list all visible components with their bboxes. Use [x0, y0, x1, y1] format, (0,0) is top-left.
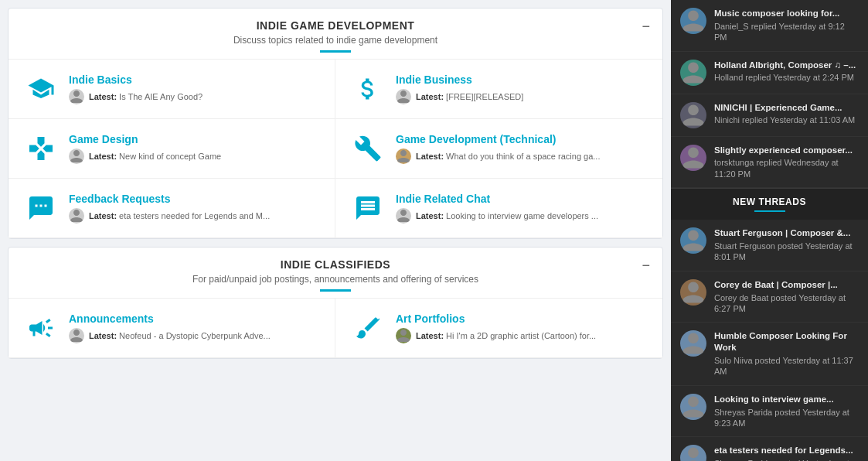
sidebar-item-title: Stuart Ferguson | Composer &...	[714, 227, 859, 239]
sidebar-item-meta: Shreyas Parida posted Yesterday at 9:20 …	[714, 458, 859, 461]
forum-avatar	[69, 328, 84, 343]
sidebar-item-meta: Sulo Niiva posted Yesterday at 11:37 AM	[714, 355, 859, 377]
forum-info: Indie Business Latest: [FREE][RELEASED]	[396, 73, 647, 104]
sidebar-item-title: Humble Composer Looking For Work	[714, 330, 859, 353]
section-underline	[320, 50, 351, 53]
sidebar-item-text: eta testers needed for Legends... Shreya…	[714, 445, 859, 461]
forum-grid: Announcements Latest: Neofeud - a Dystop…	[9, 299, 662, 358]
active-thread-item[interactable]: NINICHI | Experienced Game... Ninichi re…	[671, 94, 868, 137]
forum-name: Art Portfolios	[396, 312, 647, 325]
sidebar-avatar	[680, 145, 706, 171]
sidebar-item-title: Corey de Baat | Composer |...	[714, 279, 859, 291]
forum-icon-dollar	[351, 72, 385, 106]
sidebar-item-meta: Shreyas Parida posted Yesterday at 9:23 …	[714, 407, 859, 429]
forum-icon-graduation-cap	[24, 72, 58, 106]
forum-name: Announcements	[69, 312, 319, 325]
sidebar-item-text: Slightly experienced composer... torsktu…	[714, 145, 859, 180]
new-threads-section: NEW THREADS Stuart Ferguson | Composer &…	[671, 189, 868, 461]
forum-avatar	[396, 89, 411, 104]
forum-icon-chat-bubbles	[24, 191, 58, 225]
section-collapse-button[interactable]: −	[642, 258, 650, 272]
forum-latest-text: Latest: [FREE][RELEASED]	[416, 92, 523, 101]
forum-item-game-dev-technical[interactable]: Game Development (Technical) Latest: Wha…	[335, 119, 662, 179]
forum-icon-megaphone	[24, 311, 58, 345]
forum-latest: Latest: [FREE][RELEASED]	[396, 89, 647, 104]
forum-icon-wrench	[351, 131, 385, 166]
section-subtitle: For paid/unpaid job postings, announceme…	[24, 274, 647, 285]
forum-avatar	[69, 89, 84, 104]
forum-name: Indie Basics	[69, 73, 319, 86]
sidebar-item-meta: torsktunga replied Wednesday at 11:20 PM	[714, 157, 859, 179]
section-title: INDIE GAME DEVELOPMENT	[24, 19, 647, 32]
forum-latest: Latest: New kind of concept Game	[69, 149, 319, 164]
sidebar-item-text: Corey de Baat | Composer |... Corey de B…	[714, 279, 859, 315]
forum-item-feedback-requests[interactable]: Feedback Requests Latest: eta testers ne…	[9, 179, 335, 238]
forum-item-indie-business[interactable]: Indie Business Latest: [FREE][RELEASED]	[335, 60, 662, 119]
forum-latest-text: Latest: Neofeud - a Dystopic Cyberpunk A…	[89, 331, 271, 340]
sidebar-item-title: NINICHI | Experienced Game...	[714, 102, 859, 114]
forum-name: Indie Related Chat	[396, 193, 647, 205]
forum-avatar	[396, 208, 411, 224]
new-thread-item[interactable]: eta testers needed for Legends... Shreya…	[671, 437, 868, 461]
section-indie-classifieds: INDIE CLASSIFIEDS For paid/unpaid job po…	[8, 247, 663, 359]
forum-latest: Latest: eta testers needed for Legends a…	[69, 208, 319, 224]
forum-info: Feedback Requests Latest: eta testers ne…	[69, 193, 319, 224]
sidebar-item-text: NINICHI | Experienced Game... Ninichi re…	[714, 102, 859, 126]
sidebar-item-meta: Stuart Ferguson posted Yesterday at 8:01…	[714, 241, 859, 263]
sidebar-avatar	[680, 8, 706, 34]
forum-latest: Latest: What do you think of a space rac…	[396, 149, 647, 164]
forum-avatar	[69, 208, 84, 224]
forum-info: Game Development (Technical) Latest: Wha…	[396, 133, 647, 164]
forum-item-game-design[interactable]: Game Design Latest: New kind of concept …	[9, 119, 335, 179]
forum-avatar	[396, 328, 411, 343]
sidebar: Music composer looking for... Daniel_S r…	[671, 0, 868, 461]
sidebar-item-title: Slightly experienced composer...	[714, 145, 859, 156]
forum-item-art-portfolios[interactable]: Art Portfolios Latest: Hi I'm a 2D graph…	[335, 299, 662, 358]
forum-info: Indie Related Chat Latest: Looking to in…	[396, 193, 647, 224]
forum-item-indie-related-chat[interactable]: Indie Related Chat Latest: Looking to in…	[335, 179, 662, 238]
sidebar-item-text: Stuart Ferguson | Composer &... Stuart F…	[714, 227, 859, 263]
sidebar-avatar	[680, 102, 706, 128]
active-threads-section: Music composer looking for... Daniel_S r…	[671, 0, 868, 189]
forum-grid: Indie Basics Latest: Is The AIE Any Good…	[9, 60, 662, 238]
forum-info: Indie Basics Latest: Is The AIE Any Good…	[69, 73, 319, 104]
forum-avatar	[396, 149, 411, 164]
forum-item-indie-basics[interactable]: Indie Basics Latest: Is The AIE Any Good…	[9, 60, 335, 119]
new-threads-underline	[754, 210, 785, 212]
forum-avatar	[69, 149, 84, 164]
section-collapse-button[interactable]: −	[642, 19, 650, 33]
forum-item-announcements[interactable]: Announcements Latest: Neofeud - a Dystop…	[9, 299, 335, 358]
active-thread-item[interactable]: Slightly experienced composer... torsktu…	[671, 137, 868, 189]
forum-latest-text: Latest: What do you think of a space rac…	[416, 152, 600, 161]
forum-latest-text: Latest: eta testers needed for Legends a…	[89, 211, 270, 220]
active-thread-item[interactable]: Music composer looking for... Daniel_S r…	[671, 0, 868, 52]
new-thread-item[interactable]: Stuart Ferguson | Composer &... Stuart F…	[671, 220, 868, 271]
new-thread-item[interactable]: Corey de Baat | Composer |... Corey de B…	[671, 271, 868, 323]
forum-name: Game Design	[69, 133, 319, 145]
section-underline	[320, 289, 351, 292]
forum-icon-gamepad	[24, 131, 58, 166]
sidebar-avatar	[680, 445, 706, 461]
sidebar-item-meta: Corey de Baat posted Yesterday at 6:27 P…	[714, 292, 859, 315]
sidebar-item-title: Music composer looking for...	[714, 8, 859, 19]
section-header: INDIE CLASSIFIEDS For paid/unpaid job po…	[9, 248, 662, 299]
forum-name: Feedback Requests	[69, 193, 319, 205]
forum-latest: Latest: Hi I'm a 2D graphic artist (Cart…	[396, 328, 647, 343]
new-thread-item[interactable]: Humble Composer Looking For Work Sulo Ni…	[671, 323, 868, 385]
sidebar-item-title: eta testers needed for Legends...	[714, 445, 859, 456]
forum-info: Art Portfolios Latest: Hi I'm a 2D graph…	[396, 312, 647, 343]
forum-name: Game Development (Technical)	[396, 133, 647, 145]
section-title: INDIE CLASSIFIEDS	[24, 258, 647, 271]
sidebar-avatar	[680, 60, 706, 86]
sidebar-avatar	[680, 227, 706, 254]
forum-latest: Latest: Neofeud - a Dystopic Cyberpunk A…	[69, 328, 319, 343]
sidebar-avatar	[680, 279, 706, 306]
sidebar-item-meta: Daniel_S replied Yesterday at 9:12 PM	[714, 21, 859, 43]
active-thread-item[interactable]: Holland Albright, Composer ♫ –... Hollan…	[671, 52, 868, 94]
forum-info: Announcements Latest: Neofeud - a Dystop…	[69, 312, 319, 343]
sidebar-item-title: Looking to interview game...	[714, 394, 859, 405]
forum-latest-text: Latest: Looking to interview game develo…	[416, 211, 598, 220]
new-thread-item[interactable]: Looking to interview game... Shreyas Par…	[671, 386, 868, 438]
forum-latest: Latest: Looking to interview game develo…	[396, 208, 647, 224]
forum-info: Game Design Latest: New kind of concept …	[69, 133, 319, 164]
